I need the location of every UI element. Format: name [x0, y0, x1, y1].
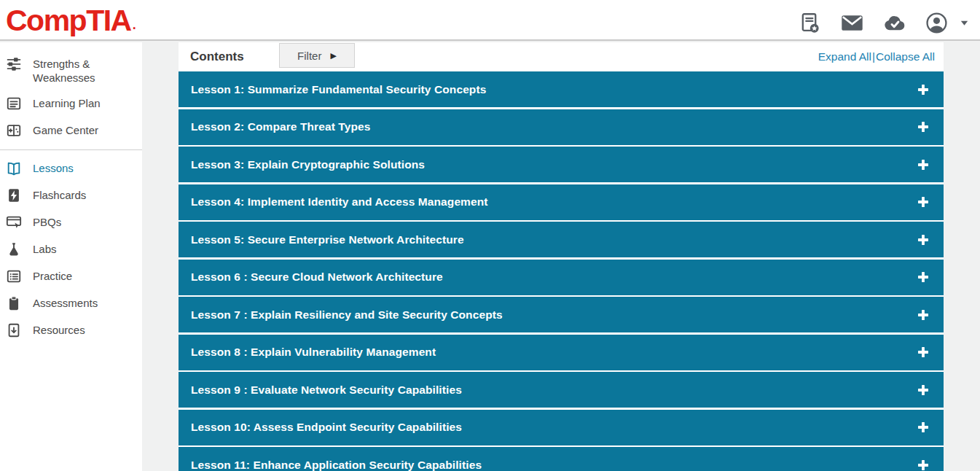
- lesson-title: Lesson 5: Secure Enterprise Network Arch…: [191, 233, 464, 246]
- expand-plus-icon[interactable]: [917, 421, 929, 433]
- sidebar-item-label: Labs: [33, 242, 57, 256]
- filter-button[interactable]: Filter ▶: [279, 43, 355, 68]
- lesson-accordion-row[interactable]: Lesson 6 : Secure Cloud Network Architec…: [179, 260, 944, 295]
- lesson-accordion-row[interactable]: Lesson 7 : Explain Resiliency and Site S…: [179, 297, 944, 332]
- page-title: Contents: [190, 50, 244, 64]
- lesson-accordion-row[interactable]: Lesson 2: Compare Threat Types: [179, 109, 944, 145]
- lesson-accordion-row[interactable]: Lesson 10: Assess Endpoint Security Capa…: [179, 410, 944, 445]
- sidebar-nav: Strengths & WeaknessesLearning PlanGame …: [0, 42, 142, 471]
- account-icon[interactable]: [925, 12, 948, 34]
- labs-icon: [6, 241, 22, 257]
- sidebar-divider: [0, 149, 142, 150]
- sidebar-item-assessments[interactable]: Assessments: [0, 290, 142, 317]
- practice-icon: [6, 268, 22, 284]
- lesson-accordion-list: Lesson 1: Summarize Fundamental Security…: [179, 71, 944, 471]
- expand-all-link[interactable]: Expand All: [818, 50, 871, 63]
- lesson-title: Lesson 1: Summarize Fundamental Security…: [191, 83, 486, 96]
- sidebar-item-learning-plan[interactable]: Learning Plan: [0, 90, 142, 117]
- lesson-accordion-row[interactable]: Lesson 3: Explain Cryptographic Solution…: [179, 147, 944, 182]
- pbqs-icon: [6, 214, 22, 230]
- collapse-all-link[interactable]: Collapse All: [876, 50, 935, 63]
- link-separator: |: [872, 50, 875, 63]
- flashcards-icon: [6, 187, 22, 203]
- lessons-content-panel: Contents Filter ▶ Expand All | Collapse …: [179, 42, 944, 471]
- expand-plus-icon[interactable]: [917, 459, 929, 471]
- lesson-accordion-row[interactable]: Lesson 8 : Explain Vulnerability Managem…: [179, 335, 944, 370]
- sidebar-item-lessons[interactable]: Lessons: [0, 155, 142, 182]
- sidebar-item-label: Practice: [33, 269, 72, 283]
- lesson-title: Lesson 4: Implement Identity and Access …: [191, 195, 488, 209]
- sidebar-item-label: Game Center: [33, 123, 98, 137]
- sidebar-item-practice[interactable]: Practice: [0, 263, 142, 290]
- filter-button-label: Filter: [297, 50, 321, 62]
- sidebar-item-game-center[interactable]: Game Center: [0, 117, 142, 144]
- learning-plan-icon: [6, 96, 22, 112]
- lesson-title: Lesson 11: Enhance Application Security …: [191, 459, 482, 471]
- expand-plus-icon[interactable]: [917, 346, 929, 358]
- lesson-accordion-row[interactable]: Lesson 4: Implement Identity and Access …: [179, 184, 944, 220]
- expand-plus-icon[interactable]: [917, 309, 929, 321]
- sidebar-item-label: Strengths & Weaknesses: [33, 57, 138, 85]
- sidebar-item-label: Assessments: [33, 296, 98, 310]
- content-header-row: Contents Filter ▶ Expand All | Collapse …: [179, 42, 944, 71]
- lesson-title: Lesson 8 : Explain Vulnerability Managem…: [191, 346, 436, 359]
- expand-plus-icon[interactable]: [917, 84, 929, 96]
- lesson-accordion-row[interactable]: Lesson 11: Enhance Application Security …: [179, 447, 944, 471]
- sidebar-item-resources[interactable]: Resources: [0, 317, 142, 344]
- lesson-accordion-row[interactable]: Lesson 1: Summarize Fundamental Security…: [179, 71, 944, 107]
- lesson-title: Lesson 2: Compare Threat Types: [191, 120, 370, 133]
- lesson-title: Lesson 3: Explain Cryptographic Solution…: [191, 158, 425, 171]
- lesson-title: Lesson 6 : Secure Cloud Network Architec…: [191, 270, 443, 284]
- sidebar-item-label: Resources: [33, 323, 85, 337]
- sidebar-item-pbqs[interactable]: PBQs: [0, 209, 142, 236]
- assessments-icon: [6, 295, 22, 311]
- caret-down-icon[interactable]: [968, 17, 970, 28]
- top-header: CompTIA .: [0, 0, 980, 41]
- lesson-accordion-row[interactable]: Lesson 9 : Evaluate Network Security Cap…: [179, 372, 944, 408]
- cloud-check-icon[interactable]: [883, 12, 906, 34]
- sidebar-item-label: PBQs: [33, 215, 61, 229]
- expand-plus-icon[interactable]: [917, 271, 929, 283]
- document-badge-icon[interactable]: [799, 12, 821, 34]
- lessons-icon: [6, 160, 22, 176]
- logo-registered-mark: .: [133, 15, 136, 36]
- strengths-weaknesses-icon: [6, 56, 22, 72]
- filter-arrow-icon: ▶: [330, 51, 336, 61]
- expand-collapse-links: Expand All | Collapse All: [818, 50, 935, 63]
- sidebar-item-strengths-weaknesses[interactable]: Strengths & Weaknesses: [0, 51, 142, 90]
- sidebar-item-label: Flashcards: [33, 188, 86, 202]
- expand-plus-icon[interactable]: [917, 384, 929, 396]
- lesson-title: Lesson 7 : Explain Resiliency and Site S…: [191, 308, 503, 322]
- lesson-title: Lesson 9 : Evaluate Network Security Cap…: [191, 384, 462, 397]
- lesson-title: Lesson 10: Assess Endpoint Security Capa…: [191, 421, 462, 434]
- sidebar-item-flashcards[interactable]: Flashcards: [0, 182, 142, 209]
- mail-icon[interactable]: [841, 12, 863, 34]
- header-actions: [799, 12, 970, 34]
- comptia-logo: CompTIA .: [6, 4, 135, 36]
- sidebar-content-gutter: [142, 42, 179, 471]
- app-root: CompTIA . Strengths & WeaknessesLearning…: [0, 0, 980, 471]
- sidebar-item-label: Learning Plan: [33, 96, 101, 110]
- sidebar-item-labs[interactable]: Labs: [0, 236, 142, 263]
- expand-plus-icon[interactable]: [917, 196, 929, 208]
- expand-plus-icon[interactable]: [917, 121, 929, 133]
- expand-plus-icon[interactable]: [917, 234, 929, 246]
- logo-text: CompTIA: [6, 6, 131, 36]
- game-center-icon: [6, 122, 22, 139]
- resources-icon: [6, 322, 22, 338]
- sidebar-item-label: Lessons: [33, 161, 74, 175]
- expand-plus-icon[interactable]: [917, 159, 929, 171]
- lesson-accordion-row[interactable]: Lesson 5: Secure Enterprise Network Arch…: [179, 222, 944, 257]
